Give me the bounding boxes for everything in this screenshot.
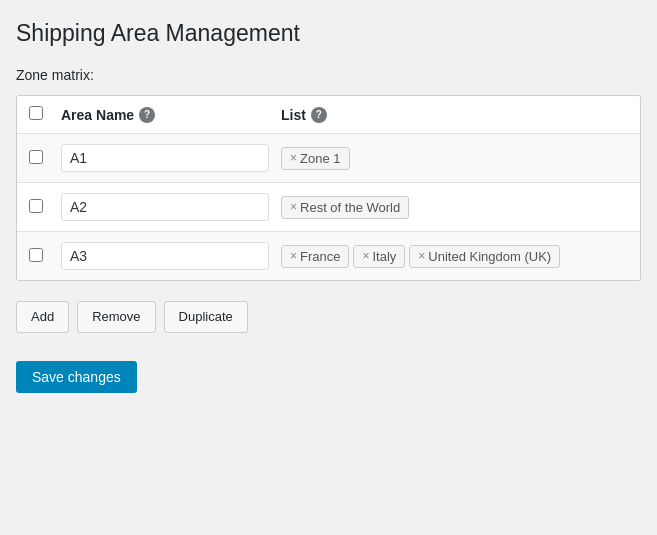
tag-uk: × United Kingdom (UK) — [409, 245, 560, 268]
table-actions: Add Remove Duplicate — [16, 293, 641, 341]
tag-italy-remove-icon[interactable]: × — [362, 250, 369, 262]
row-2-tag-list: × Rest of the World — [269, 196, 628, 219]
save-changes-button[interactable]: Save changes — [16, 361, 137, 393]
row-2-checkbox[interactable] — [29, 199, 43, 213]
row-3-checkbox[interactable] — [29, 248, 43, 262]
table-header-row: Area Name ? List ? — [17, 96, 640, 134]
tag-zone1-label: Zone 1 — [300, 151, 340, 166]
zone-matrix-label: Zone matrix: — [16, 67, 641, 83]
tag-france: × France — [281, 245, 349, 268]
remove-button[interactable]: Remove — [77, 301, 155, 333]
row-1-checkbox[interactable] — [29, 150, 43, 164]
header-checkbox-col — [29, 106, 61, 123]
area-name-header: Area Name ? — [61, 107, 281, 123]
add-button[interactable]: Add — [16, 301, 69, 333]
tag-uk-label: United Kingdom (UK) — [428, 249, 551, 264]
row-1-name-input[interactable] — [61, 144, 269, 172]
row-2-checkbox-col — [29, 199, 61, 216]
list-header-label: List — [281, 107, 306, 123]
table-row: × Rest of the World — [17, 183, 640, 232]
tag-rest-of-world: × Rest of the World — [281, 196, 409, 219]
area-name-header-label: Area Name — [61, 107, 134, 123]
page-title: Shipping Area Management — [16, 20, 641, 47]
tag-rest-of-world-remove-icon[interactable]: × — [290, 201, 297, 213]
tag-zone1-remove-icon[interactable]: × — [290, 152, 297, 164]
list-help-icon[interactable]: ? — [311, 107, 327, 123]
zone-matrix-table: Area Name ? List ? × Zone 1 × Rest — [16, 95, 641, 281]
row-1-checkbox-col — [29, 150, 61, 167]
tag-france-remove-icon[interactable]: × — [290, 250, 297, 262]
row-1-tag-list: × Zone 1 — [269, 147, 628, 170]
tag-rest-of-world-label: Rest of the World — [300, 200, 400, 215]
header-checkbox[interactable] — [29, 106, 43, 120]
tag-uk-remove-icon[interactable]: × — [418, 250, 425, 262]
list-header: List ? — [281, 107, 628, 123]
duplicate-button[interactable]: Duplicate — [164, 301, 248, 333]
row-3-checkbox-col — [29, 248, 61, 265]
area-name-help-icon[interactable]: ? — [139, 107, 155, 123]
tag-italy-label: Italy — [373, 249, 397, 264]
row-2-name-input[interactable] — [61, 193, 269, 221]
tag-france-label: France — [300, 249, 340, 264]
row-3-tag-list: × France × Italy × United Kingdom (UK) — [269, 245, 628, 268]
table-row: × Zone 1 — [17, 134, 640, 183]
row-3-name-input[interactable] — [61, 242, 269, 270]
tag-italy: × Italy — [353, 245, 405, 268]
table-row: × France × Italy × United Kingdom (UK) — [17, 232, 640, 280]
tag-zone1: × Zone 1 — [281, 147, 350, 170]
